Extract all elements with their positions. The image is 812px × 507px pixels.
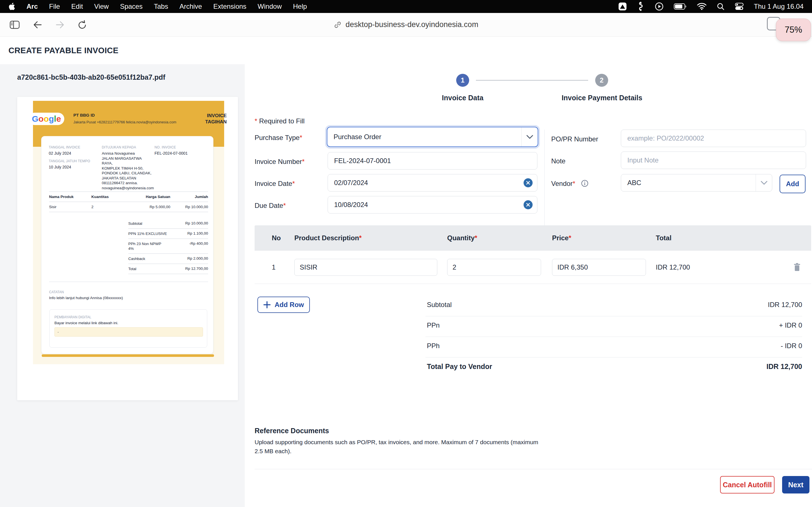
- invoice-form-content: 1 2 Invoice Data Invoice Payment Details…: [245, 37, 812, 507]
- stepper-step-1-label: Invoice Data: [435, 94, 491, 102]
- stepper-step-2-label: Invoice Payment Details: [557, 94, 647, 102]
- invoice-date-input[interactable]: [328, 179, 523, 187]
- totals-summary: Subtotal IDR 12,700 PPn + IDR 0 PPh - ID…: [425, 296, 802, 378]
- pdf-bottom-bar: [42, 354, 214, 357]
- control-center-icon[interactable]: [735, 3, 744, 10]
- pdf-invoice-date: 02 July 2024: [49, 151, 100, 156]
- invoice-number-input[interactable]: [328, 157, 537, 165]
- subtotal-label: Subtotal: [425, 301, 452, 309]
- po-pr-number-label: PO/PR Number: [551, 135, 598, 143]
- menu-bar-clock[interactable]: Thu 1 Aug 16.04: [754, 3, 804, 10]
- col-price: Price*: [552, 234, 656, 242]
- spotlight-search-icon[interactable]: [717, 3, 725, 10]
- price-input[interactable]: [552, 259, 646, 276]
- pdf-payment-link: -: [54, 327, 203, 337]
- row-total: IDR 12,700: [656, 263, 783, 271]
- pdf-label-notes: CATATAN: [49, 290, 64, 294]
- po-pr-number-input[interactable]: [621, 134, 806, 142]
- pdf-recipient: Annisa Novaguinea JALAN MARGASATWA RAYA,…: [102, 151, 153, 190]
- chevron-down-icon: [521, 127, 538, 147]
- zoom-badge: 75%: [776, 18, 811, 41]
- col-no: No: [255, 234, 294, 242]
- due-date-input[interactable]: [328, 201, 523, 209]
- vendor-label: Vendor*: [551, 180, 589, 187]
- invoice-number-field: [327, 152, 538, 170]
- chevron-down-icon: [756, 174, 772, 191]
- macos-menu-bar: Arc File Edit View Spaces Tabs Archive E…: [0, 0, 812, 13]
- back-button-icon[interactable]: [33, 20, 42, 29]
- vendor-select[interactable]: ABC: [621, 174, 772, 191]
- pdf-page[interactable]: Google PT BBG ID Jakarta Pusat +62821117…: [17, 97, 238, 400]
- play-menu-icon[interactable]: [655, 2, 664, 11]
- menu-item-archive[interactable]: Archive: [179, 3, 202, 10]
- pdf-label-digital-payment: PEMBAYARAN DIGITAL: [54, 315, 91, 319]
- utility-app-icon[interactable]: [637, 2, 645, 11]
- pdf-invoice-no: FEL-2024-07-0001: [154, 151, 208, 156]
- vendor-value: ABC: [621, 179, 756, 187]
- pdf-item-row: Sisir 2 Rp 5.000,00 Rp 10.000,00: [49, 202, 208, 212]
- menu-item-edit[interactable]: Edit: [71, 3, 83, 10]
- note-field: [621, 152, 806, 169]
- pdf-company-contact: Jakarta Pusat +6282111779766 felicia.nov…: [73, 120, 176, 124]
- product-description-input[interactable]: [294, 259, 437, 276]
- menu-item-arc[interactable]: Arc: [27, 3, 38, 10]
- cancel-autofill-button[interactable]: Cancel Autofill: [720, 476, 774, 494]
- battery-icon[interactable]: [674, 3, 687, 10]
- subtotal-value: IDR 12,700: [768, 301, 802, 309]
- invoice-date-field: [327, 174, 538, 191]
- note-input[interactable]: [621, 156, 806, 164]
- stepper-connector: [476, 80, 588, 80]
- pdf-items-table: Nama Produk Kuantitas Harga Satuan Jumla…: [49, 191, 208, 212]
- add-vendor-button[interactable]: Add: [779, 175, 806, 193]
- clear-due-date-icon[interactable]: [523, 200, 532, 209]
- link-icon: [334, 21, 342, 29]
- wifi-icon[interactable]: [697, 3, 707, 10]
- clear-invoice-date-icon[interactable]: [523, 178, 532, 187]
- page-title: CREATE PAYABLE INVOICE: [8, 46, 118, 55]
- browser-toolbar: desktop-business-dev.oyindonesia.com: [0, 13, 812, 37]
- menu-item-extensions[interactable]: Extensions: [213, 3, 246, 10]
- table-row: 1 IDR 12,700: [255, 251, 811, 284]
- menu-item-file[interactable]: File: [49, 3, 60, 10]
- pdf-preview-panel: a720c861-bc5b-403b-ab20-65e051f12ba7.pdf…: [0, 64, 245, 507]
- stepper-step-2[interactable]: 2: [595, 74, 608, 87]
- pph-label: PPh: [425, 342, 440, 350]
- menu-item-view[interactable]: View: [94, 3, 109, 10]
- add-row-button[interactable]: Add Row: [257, 297, 310, 313]
- delete-row-icon[interactable]: [783, 263, 811, 272]
- sidebar-toggle-icon[interactable]: [10, 20, 20, 29]
- po-pr-number-field: [621, 129, 806, 147]
- col-product-description: Product Description*: [294, 234, 447, 242]
- pdf-filename: a720c861-bc5b-403b-ab20-65e051f12ba7.pdf: [17, 73, 165, 81]
- ppn-value: + IDR 0: [779, 321, 802, 329]
- pdf-notes-text: Info lebih lanjut hubungi Annisa (08xxxx…: [49, 296, 123, 300]
- stepper-step-1[interactable]: 1: [456, 74, 469, 87]
- pdf-label-invoice-date: TANGGAL INVOICE: [49, 145, 100, 149]
- menu-item-tabs[interactable]: Tabs: [154, 3, 168, 10]
- items-table: No Product Description* Quantity* Price*…: [255, 225, 811, 284]
- screenshot-app-icon[interactable]: [618, 2, 627, 11]
- purchase-type-select[interactable]: Purchase Order: [327, 127, 538, 147]
- quantity-input[interactable]: [447, 259, 541, 276]
- purchase-type-value: Purchase Order: [327, 133, 521, 141]
- reference-documents-description: Upload supporting documents such as PO/P…: [255, 438, 541, 456]
- next-button[interactable]: Next: [782, 476, 809, 494]
- pdf-label-addressed-to: DITUJUKAN KEPADA: [102, 145, 153, 149]
- forward-button-icon[interactable]: [55, 20, 65, 29]
- menu-item-help[interactable]: Help: [293, 3, 307, 10]
- menu-item-window[interactable]: Window: [258, 3, 282, 10]
- note-label: Note: [551, 157, 566, 165]
- pdf-doc-title: INVOICE TAGIHAN: [205, 113, 227, 125]
- menu-item-spaces[interactable]: Spaces: [120, 3, 143, 10]
- create-payable-invoice-page: CREATE PAYABLE INVOICE English a720c8: [0, 37, 812, 507]
- pdf-digital-payment-box: PEMBAYARAN DIGITAL Bayar invoice melalui…: [49, 309, 207, 348]
- row-number: 1: [255, 263, 294, 271]
- info-icon[interactable]: [581, 180, 589, 187]
- address-bar[interactable]: desktop-business-dev.oyindonesia.com: [334, 20, 478, 29]
- pdf-company-name: PT BBG ID: [73, 113, 176, 117]
- url-text: desktop-business-dev.oyindonesia.com: [346, 20, 478, 29]
- apple-logo-icon[interactable]: [8, 3, 15, 10]
- col-quantity: Quantity*: [447, 234, 552, 242]
- pdf-due-date: 10 July 2024: [49, 165, 100, 169]
- reload-button-icon[interactable]: [78, 20, 87, 30]
